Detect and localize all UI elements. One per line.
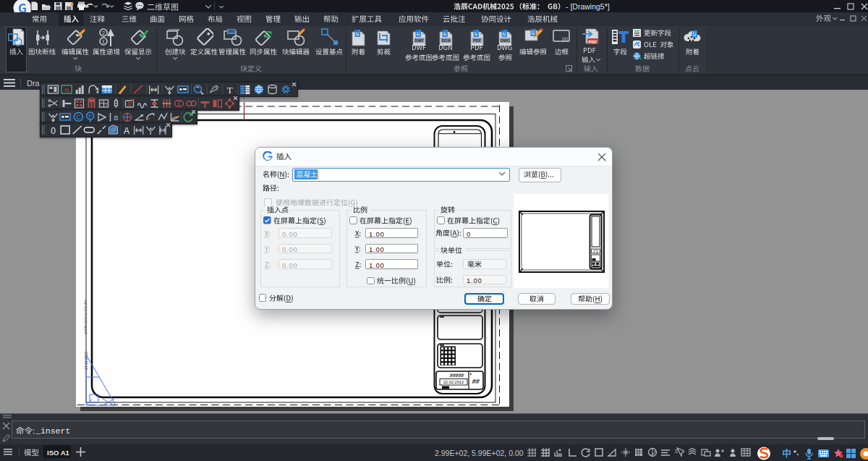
svg-text:C: C xyxy=(76,114,81,121)
svg-text:0: 0 xyxy=(51,126,56,136)
svg-text:1: 1 xyxy=(102,38,106,45)
svg-text:(x): (x) xyxy=(562,36,568,42)
svg-text:#####: ##### xyxy=(449,373,464,378)
svg-text:22.02.2012: 22.02.2012 xyxy=(443,380,464,384)
svg-text:P: P xyxy=(88,114,92,119)
svg-text:N: N xyxy=(64,87,69,93)
svg-text:A: A xyxy=(124,126,129,136)
svg-text:B: B xyxy=(114,114,118,122)
svg-text:T: T xyxy=(227,85,233,96)
svg-text:PDF: PDF xyxy=(589,39,597,43)
svg-text:1*2: 1*2 xyxy=(593,250,598,253)
svg-text:architectural no info.dwt: architectural no info.dwt xyxy=(84,300,88,334)
svg-text:2: 2 xyxy=(102,30,106,36)
